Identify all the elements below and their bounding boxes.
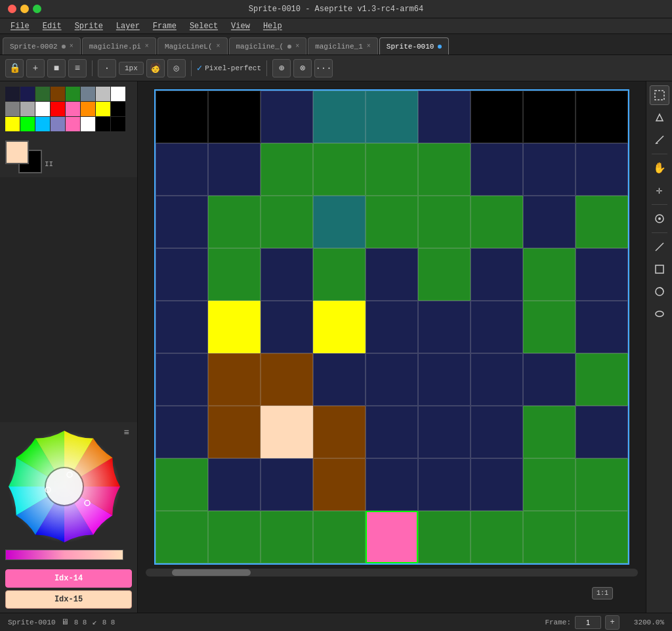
pixel-cell[interactable] [208, 353, 261, 406]
pixel-cell[interactable] [418, 301, 471, 353]
pixel-cell[interactable] [313, 91, 366, 143]
pixel-cell[interactable] [261, 301, 313, 353]
tab-close-icon[interactable]: × [145, 43, 149, 50]
pixel-cell[interactable] [418, 143, 471, 196]
pixel-cell[interactable] [523, 143, 576, 196]
pixel-cell[interactable] [156, 196, 208, 248]
pixel-cell[interactable] [471, 353, 523, 406]
menu-file[interactable]: File [5, 20, 35, 32]
menu-sprite[interactable]: Sprite [70, 20, 108, 32]
pixel-cell[interactable] [576, 301, 628, 353]
pixel-cell[interactable] [576, 143, 628, 196]
color-gradient-bar[interactable] [5, 550, 123, 560]
pixel-cell[interactable] [313, 196, 366, 248]
pixel-cell[interactable] [313, 248, 366, 301]
tab-magicline-u[interactable]: magicline_( × [229, 37, 307, 54]
close-button[interactable] [8, 5, 16, 13]
pixel-cell[interactable] [418, 196, 471, 248]
horizontal-scrollbar[interactable] [146, 569, 638, 577]
pixel-cell[interactable] [261, 458, 313, 511]
pixel-cell[interactable] [261, 353, 313, 406]
pixel-cell[interactable] [313, 301, 366, 353]
color-index-14[interactable]: Idx-14 [5, 569, 132, 588]
pixel-cell[interactable] [471, 248, 523, 301]
pixel-cell[interactable] [471, 458, 523, 511]
maximize-button[interactable] [33, 5, 41, 13]
pixel-cell[interactable] [418, 511, 471, 563]
pixel-cell[interactable] [576, 406, 628, 458]
pencil-tool[interactable] [650, 130, 669, 150]
pixel-cell[interactable] [208, 196, 261, 248]
color-wheel[interactable] [5, 427, 123, 546]
pixel-cell[interactable] [313, 353, 366, 406]
palette-cell[interactable] [81, 117, 95, 131]
pixel-cell[interactable] [576, 248, 628, 301]
palette-cell[interactable] [5, 117, 20, 131]
tab-magicline1[interactable]: magicline_1 × [308, 37, 378, 54]
brush-stamp-button[interactable]: 🧑 [146, 59, 165, 77]
tab-sprite0002[interactable]: Sprite-0002 × [3, 37, 81, 54]
pixel-cell[interactable] [366, 458, 418, 511]
sprite-canvas[interactable] [156, 91, 628, 563]
tab-close-icon[interactable]: × [217, 43, 220, 50]
pixel-cell[interactable] [366, 353, 418, 406]
palette-cell[interactable] [66, 87, 80, 101]
tab-close-icon[interactable]: × [367, 43, 371, 50]
pixel-cell[interactable] [418, 353, 471, 406]
tab-close-icon[interactable]: × [70, 43, 74, 50]
pixel-cell[interactable] [471, 301, 523, 353]
add-layer-button[interactable]: + [26, 59, 45, 77]
pixel-cell[interactable] [156, 406, 208, 458]
pixel-cell[interactable] [523, 301, 576, 353]
pixel-cell[interactable] [366, 301, 418, 353]
tab-magicline-p[interactable]: magicline.pi × [82, 37, 156, 54]
palette-cell[interactable] [20, 102, 35, 116]
ratio-button[interactable]: 1:1 [592, 587, 613, 599]
select-rect-tool[interactable] [650, 85, 669, 105]
pixel-cell[interactable] [418, 406, 471, 458]
pixel-cell[interactable] [261, 143, 313, 196]
palette-cell[interactable] [66, 117, 80, 131]
pixel-cell[interactable] [261, 196, 313, 248]
pixel-cell[interactable] [261, 248, 313, 301]
pixel-cell[interactable] [471, 196, 523, 248]
palette-cell[interactable] [35, 87, 50, 101]
pixel-cell[interactable] [366, 406, 418, 458]
pixel-cell[interactable] [208, 248, 261, 301]
menu-frame[interactable]: Frame [148, 20, 182, 32]
menu-view[interactable]: View [226, 20, 255, 32]
pixel-cell[interactable] [576, 196, 628, 248]
symmetry-button[interactable]: ⊕ [272, 59, 291, 77]
move-tool[interactable]: ✛ [650, 181, 669, 200]
pixel-cell[interactable] [523, 196, 576, 248]
palette-cell[interactable] [51, 117, 65, 131]
pixel-cell[interactable] [156, 301, 208, 353]
scrollbar-thumb[interactable] [172, 569, 251, 576]
pixel-cell[interactable] [523, 248, 576, 301]
pixel-perfect-checkbox[interactable]: ✓ Pixel-perfect [197, 62, 261, 74]
tab-close-icon[interactable]: × [295, 43, 299, 50]
pixel-cell[interactable] [366, 248, 418, 301]
brush-dot-button[interactable]: · [98, 59, 116, 77]
pixel-cell[interactable] [576, 511, 628, 563]
palette-cell[interactable] [51, 102, 65, 116]
line-tool[interactable] [650, 237, 669, 257]
menu-select[interactable]: Select [184, 20, 223, 32]
blur-tool[interactable] [650, 282, 669, 301]
pixel-cell[interactable] [523, 458, 576, 511]
pixel-cell[interactable] [208, 301, 261, 353]
foreground-color-box[interactable] [5, 141, 29, 164]
lock-button[interactable]: 🔒 [5, 59, 24, 77]
palette-cell[interactable] [111, 102, 125, 116]
palette-cell[interactable] [81, 87, 95, 101]
pixel-cell[interactable] [523, 353, 576, 406]
pixel-cell[interactable] [313, 458, 366, 511]
frame-input[interactable] [575, 616, 601, 629]
pixel-cell[interactable] [523, 406, 576, 458]
palette-cell[interactable] [35, 117, 50, 131]
palette-cell[interactable] [111, 117, 125, 131]
more-button[interactable]: ··· [314, 59, 333, 77]
palette-cell[interactable] [111, 87, 125, 101]
menu-layer[interactable]: Layer [111, 20, 145, 32]
stop-button[interactable]: ■ [47, 59, 66, 77]
